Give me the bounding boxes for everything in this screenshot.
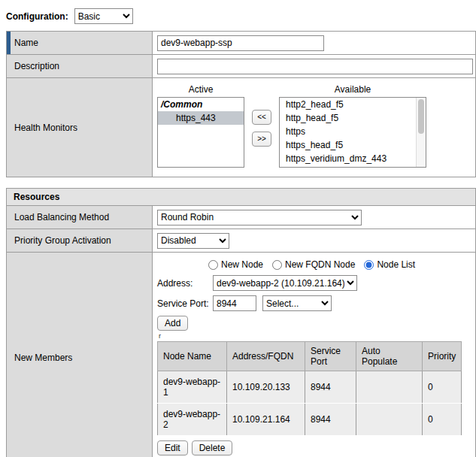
health-monitors-value-cell: Active /Common https_443 << >> Available [153, 78, 476, 177]
address-label: Address: [157, 278, 213, 289]
members-header-node-name: Node Name [158, 342, 227, 371]
port-preset-select[interactable]: Select... [262, 295, 332, 311]
stray-text: r [159, 333, 471, 340]
general-properties-table: Name Description Health Monitors Active [6, 31, 476, 177]
add-row: Add [157, 316, 471, 331]
description-input[interactable] [157, 59, 473, 74]
health-monitors-label-cell: Health Monitors [7, 78, 153, 177]
active-list-header: Active [157, 84, 244, 95]
edit-button[interactable]: Edit [157, 440, 188, 455]
name-label: Name [14, 38, 38, 48]
new-fqdn-node-radio-label: New FQDN Node [285, 259, 355, 270]
new-members-label-cell: New Members [7, 253, 153, 457]
priority-group-value-cell: Disabled [153, 229, 476, 253]
resources-title: Resources [14, 192, 59, 202]
load-balancing-value-cell: Round Robin [153, 206, 476, 229]
description-label-cell: Description [7, 55, 153, 78]
health-monitors-row: Health Monitors Active /Common https_443… [7, 78, 476, 177]
priority-group-label: Priority Group Activation [14, 235, 111, 246]
resources-section-header: Resources [6, 188, 476, 206]
configuration-bar: Configuration: Basic [0, 0, 476, 31]
name-value-cell [153, 32, 476, 55]
members-header-row: Node Name Address/FQDN Service Port Auto… [158, 342, 462, 371]
available-monitor-item[interactable]: https_veridium_dmz_443 [280, 152, 426, 165]
member-service-port: 8944 [305, 404, 356, 436]
add-button[interactable]: Add [157, 316, 188, 331]
configuration-select[interactable]: Basic [74, 8, 133, 24]
member-actions-row: Edit Delete [157, 440, 471, 455]
description-row: Description [7, 55, 476, 78]
member-auto-populate [356, 371, 423, 404]
service-port-label: Service Port: [157, 298, 213, 309]
member-service-port: 8944 [305, 371, 356, 404]
configuration-label: Configuration: [6, 11, 68, 22]
member-node-name: dev9-webapp-2 [158, 404, 227, 436]
priority-group-select[interactable]: Disabled [157, 233, 229, 249]
members-header-auto-populate: Auto Populate [356, 342, 423, 371]
delete-button[interactable]: Delete [192, 440, 233, 455]
move-to-available-button[interactable]: >> [252, 132, 271, 147]
priority-group-label-cell: Priority Group Activation [7, 229, 153, 253]
members-header-address-fqdn: Address/FQDN [227, 342, 305, 371]
available-monitor-item[interactable]: http2_head_f5 [280, 98, 426, 111]
new-node-radio-label: New Node [221, 259, 263, 270]
load-balancing-select[interactable]: Round Robin [157, 210, 362, 225]
new-node-radio[interactable] [208, 260, 218, 270]
move-buttons: << >> [252, 110, 271, 147]
active-column: Active /Common https_443 [157, 84, 244, 168]
new-members-label: New Members [14, 353, 72, 363]
member-row[interactable]: dev9-webapp-1 10.109.20.133 8944 0 [158, 371, 462, 404]
load-balancing-row: Load Balancing Method Round Robin [7, 206, 476, 229]
move-to-active-button[interactable]: << [252, 110, 271, 125]
active-monitor-item[interactable]: https_443 [158, 111, 244, 125]
members-header-service-port: Service Port [305, 342, 356, 371]
pool-properties-page: Configuration: Basic Name Description [0, 0, 476, 457]
node-type-radio-group: New Node New FQDN Node Node List [208, 259, 471, 270]
member-auto-populate [356, 404, 423, 436]
available-monitor-item[interactable]: https_head_f5 [280, 138, 426, 152]
address-field-row: Address: dev9-webapp-2 (10.109.21.164) [157, 275, 471, 291]
scrollbar-thumb[interactable] [418, 99, 424, 134]
node-list-radio[interactable] [364, 260, 374, 270]
health-monitors-label: Health Monitors [14, 123, 77, 133]
active-monitors-listbox[interactable]: /Common https_443 [157, 97, 244, 168]
available-list-header: Available [279, 84, 426, 95]
resources-table: Load Balancing Method Round Robin Priori… [6, 205, 476, 457]
member-node-name: dev9-webapp-1 [158, 371, 227, 404]
available-monitor-item[interactable]: https [280, 125, 426, 138]
new-fqdn-node-radio[interactable] [272, 260, 282, 270]
name-label-cell: Name [7, 32, 153, 55]
listbox-scrollbar[interactable] [416, 98, 426, 167]
active-partition-label: /Common [158, 98, 244, 111]
member-priority: 0 [423, 371, 462, 404]
member-priority: 0 [423, 404, 462, 436]
service-port-input[interactable] [213, 295, 256, 311]
members-header-priority: Priority [423, 342, 462, 371]
priority-group-row: Priority Group Activation Disabled [7, 229, 476, 253]
address-select[interactable]: dev9-webapp-2 (10.109.21.164) [213, 275, 357, 291]
load-balancing-label: Load Balancing Method [14, 212, 109, 222]
service-port-field-row: Service Port: Select... [157, 295, 471, 311]
node-list-radio-label: Node List [377, 259, 415, 270]
radio-option-new-node[interactable]: New Node [208, 259, 263, 270]
description-label: Description [14, 61, 59, 71]
available-column: Available http2_head_f5 http_head_f5 htt… [279, 84, 426, 168]
required-indicator [7, 32, 11, 54]
health-monitors-picker: Active /Common https_443 << >> Available [157, 84, 471, 168]
available-monitors-listbox[interactable]: http2_head_f5 http_head_f5 https https_h… [279, 97, 426, 168]
radio-option-new-fqdn-node[interactable]: New FQDN Node [272, 259, 355, 270]
members-table: Node Name Address/FQDN Service Port Auto… [157, 341, 462, 436]
name-row: Name [7, 32, 476, 55]
member-row[interactable]: dev9-webapp-2 10.109.21.164 8944 0 [158, 404, 462, 436]
name-input[interactable] [157, 35, 324, 51]
description-value-cell [153, 55, 476, 78]
available-monitor-item[interactable]: http_head_f5 [280, 111, 426, 125]
member-address-fqdn: 10.109.21.164 [227, 404, 305, 436]
new-members-row: New Members New Node New FQDN Node Node … [7, 253, 476, 457]
member-address-fqdn: 10.109.20.133 [227, 371, 305, 404]
radio-option-node-list[interactable]: Node List [364, 259, 415, 270]
load-balancing-label-cell: Load Balancing Method [7, 206, 153, 229]
new-members-value-cell: New Node New FQDN Node Node List Address… [153, 253, 476, 457]
